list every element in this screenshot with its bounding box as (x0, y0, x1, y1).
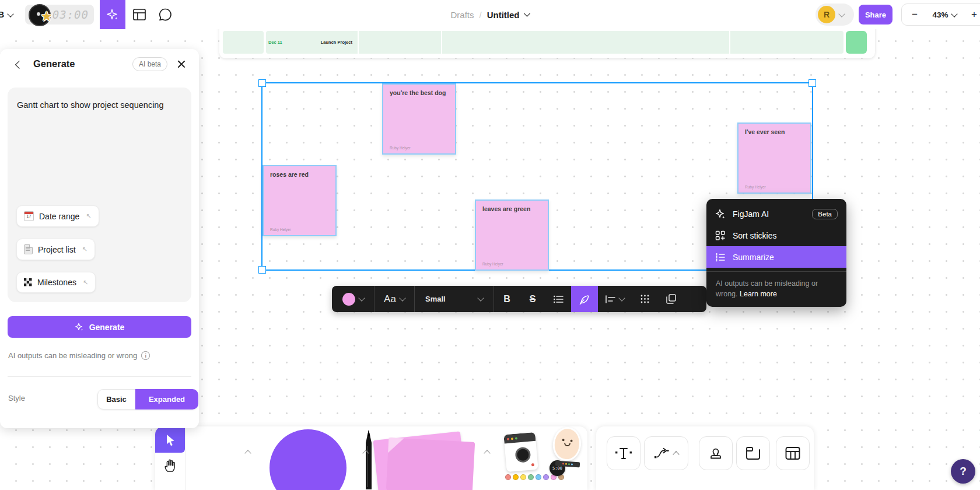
text-tool[interactable] (607, 436, 640, 470)
bullet-list-icon (554, 295, 564, 303)
templates-button[interactable] (131, 6, 148, 23)
gantt-row[interactable]: Dec 11 Launch Project (266, 31, 844, 54)
sticky-author: Ruby Helyer (390, 146, 411, 150)
chevron-down-icon (399, 295, 405, 301)
strikethrough-button[interactable]: S (520, 286, 545, 312)
sticky-note[interactable]: leaves are green Ruby Helyer (475, 200, 549, 271)
shape-tool[interactable] (270, 429, 346, 490)
menu-item-sort-stickies[interactable]: Sort stickies (706, 225, 846, 246)
info-icon[interactable]: i (141, 351, 150, 360)
selection-handle-top-left[interactable] (258, 79, 266, 87)
calendar-icon (24, 211, 34, 221)
table-tool[interactable] (776, 436, 810, 470)
sticky-expand-chevron[interactable] (484, 450, 490, 456)
menu-item-label: FigJam AI (733, 209, 769, 219)
checkered-flag-icon (24, 278, 32, 286)
topbar: B ★ 03:00 Drafts (0, 0, 980, 29)
bullet-list-button[interactable] (545, 286, 571, 312)
menu-item-figjam-ai[interactable]: FigJam AI Beta (706, 203, 846, 225)
zoom-level-dropdown[interactable]: 43% (928, 10, 961, 19)
sparkle-icon (75, 323, 84, 332)
disclaimer-text: AI outputs can be misleading or wrong (8, 351, 137, 360)
camera-lens-icon (514, 447, 531, 463)
prompt-input[interactable]: Gantt chart to show project sequencing D… (8, 88, 191, 302)
style-option-basic[interactable]: Basic (97, 389, 135, 410)
gantt-date: Dec 11 (268, 40, 282, 45)
style-label: Style (8, 394, 25, 402)
back-button[interactable] (15, 61, 23, 69)
section-tool[interactable] (736, 436, 770, 470)
chip-label: Milestones (37, 278, 76, 287)
gantt-cell[interactable] (223, 31, 264, 54)
chevron-down-icon (7, 10, 13, 17)
font-size-dropdown[interactable]: Small (415, 286, 494, 312)
section-icon (746, 446, 761, 460)
copy-properties-button[interactable] (657, 286, 684, 312)
sticky-text: roses are red (264, 166, 335, 184)
star-sticker-icon: ★ (40, 9, 53, 23)
breadcrumb-section[interactable]: Drafts (450, 10, 474, 20)
generate-panel: Generate AI beta Gantt chart to show pro… (0, 49, 199, 428)
stamp-tool[interactable] (699, 436, 733, 470)
menu-item-summarize[interactable]: Summarize (706, 246, 846, 268)
alignment-button[interactable] (598, 286, 632, 312)
ai-sparkle-button[interactable] (100, 0, 125, 29)
hand-tool[interactable] (163, 457, 178, 473)
file-title[interactable]: Untitled (487, 10, 520, 20)
beta-badge: Beta (812, 209, 838, 219)
zoom-in-button[interactable]: + (961, 9, 980, 20)
bold-button[interactable]: B (494, 286, 520, 312)
egg-smiley-sticker[interactable] (551, 426, 583, 463)
camera-shutter-dot (531, 463, 534, 466)
share-button[interactable]: Share (859, 5, 892, 24)
learn-more-link[interactable]: Learn more (740, 290, 777, 298)
breadcrumb-separator: / (480, 10, 482, 20)
zoom-out-button[interactable]: − (902, 9, 928, 20)
board-overflow-button[interactable]: B (0, 0, 13, 29)
zoom-level: 43% (932, 10, 948, 19)
sticky-note-tool[interactable] (386, 438, 475, 490)
marker-tool[interactable] (360, 429, 377, 490)
selection-handle-top-right[interactable] (808, 79, 816, 87)
connector-expand-chevron[interactable] (673, 451, 679, 457)
chat-button[interactable] (156, 6, 174, 23)
stamp-pack-camera[interactable] (503, 432, 538, 472)
help-button[interactable]: ? (951, 459, 975, 484)
style-segmented-control: Basic Expanded (97, 389, 198, 410)
tray-divider (185, 426, 186, 490)
panel-title: Generate (33, 58, 75, 69)
gantt-milestone-cell[interactable] (846, 31, 867, 54)
marker-expand-chevron[interactable] (244, 450, 251, 456)
chip-label: Date range (39, 212, 79, 221)
hand-icon (163, 457, 177, 473)
summarize-icon (715, 252, 726, 262)
style-option-expanded[interactable]: Expanded (135, 389, 198, 410)
highlighter-button[interactable] (571, 286, 598, 312)
chevron-down-icon (951, 10, 957, 17)
chip-project-list[interactable]: Project list ↖ (16, 239, 95, 260)
timer-widget[interactable]: ★ 03:00 (25, 5, 94, 24)
color-picker-button[interactable] (332, 286, 374, 312)
font-size-label: Small (425, 295, 446, 303)
cursor-icon (165, 434, 176, 446)
account-menu[interactable]: R (816, 4, 854, 26)
chip-milestones[interactable]: Milestones ↖ (16, 272, 96, 293)
chip-date-range[interactable]: Date range ↖ (16, 205, 99, 227)
font-button[interactable]: Aa (374, 286, 414, 312)
more-options-button[interactable] (632, 286, 657, 312)
sticky-note[interactable]: you're the best dog Ruby Helyer (382, 83, 456, 155)
align-left-icon (606, 295, 615, 303)
bold-label: B (503, 294, 510, 304)
sticky-text: leaves are green (476, 201, 548, 218)
gantt-column-divider (441, 31, 442, 54)
sticky-note[interactable]: I've ever seen Ruby Helyer (737, 123, 811, 194)
connector-tool[interactable] (644, 436, 688, 470)
chevron-down-icon[interactable] (524, 10, 530, 16)
generate-button[interactable]: Generate (8, 316, 191, 338)
close-icon[interactable] (176, 58, 187, 70)
sticky-note[interactable]: roses are red Ruby Helyer (262, 165, 337, 236)
select-tool[interactable] (155, 426, 185, 453)
object-tools-card (596, 426, 814, 490)
panel-divider (8, 376, 191, 377)
selection-handle-bottom-left[interactable] (258, 266, 266, 274)
